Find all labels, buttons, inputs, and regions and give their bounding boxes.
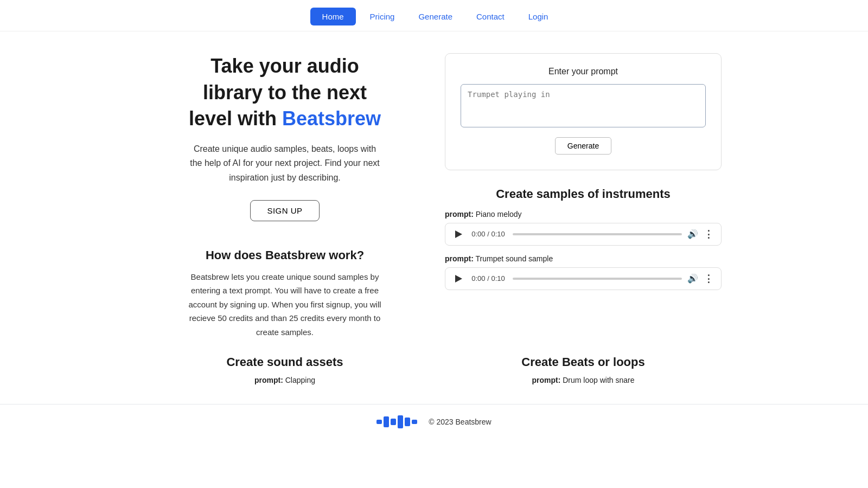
instruments-title: Create samples of instruments xyxy=(445,187,722,202)
audio-player-1: 0:00 / 0:10 🔊 ⋮ xyxy=(445,223,722,246)
nav-home-button[interactable]: Home xyxy=(310,8,356,25)
svg-rect-3 xyxy=(398,415,403,428)
beats-section: Create Beats or loops prompt: Drum loop … xyxy=(445,355,722,388)
footer-logo xyxy=(376,414,420,429)
nav-generate-link[interactable]: Generate xyxy=(409,8,462,25)
beats-prompt: prompt: Drum loop with snare xyxy=(445,376,722,384)
prompt2-label: prompt: Trumpet sound sample xyxy=(445,254,722,263)
play-button-1[interactable] xyxy=(453,229,464,240)
bottom-row: Create sound assets prompt: Clapping Cre… xyxy=(136,355,732,388)
navbar: Home Pricing Generate Contact Login xyxy=(0,0,868,31)
footer: © 2023 Beatsbrew xyxy=(0,404,868,439)
time-display-1: 0:00 / 0:10 xyxy=(469,230,507,238)
svg-rect-1 xyxy=(384,416,389,427)
svg-rect-2 xyxy=(391,419,396,425)
sound-assets-prompt: prompt: Clapping xyxy=(146,376,423,384)
volume-icon-1[interactable]: 🔊 xyxy=(687,229,698,239)
right-column: Enter your prompt Generate Create sample… xyxy=(445,53,722,304)
more-icon-1[interactable]: ⋮ xyxy=(704,229,713,239)
how-title: How does Beatsbrew work? xyxy=(182,248,388,262)
signup-button[interactable]: SIGN UP xyxy=(250,200,319,221)
main-content: Take your audio library to the next leve… xyxy=(136,31,732,344)
how-text: Beatsbrew lets you create unique sound s… xyxy=(182,270,388,339)
svg-rect-5 xyxy=(412,420,417,424)
nav-contact-link[interactable]: Contact xyxy=(467,8,514,25)
how-section: How does Beatsbrew work? Beatsbrew lets … xyxy=(182,248,388,339)
beats-title: Create Beats or loops xyxy=(445,355,722,369)
generate-button[interactable]: Generate xyxy=(555,137,611,155)
sound-assets-title: Create sound assets xyxy=(146,355,423,369)
svg-rect-4 xyxy=(405,418,410,426)
prompt-card: Enter your prompt Generate xyxy=(445,53,722,170)
prompt-textarea[interactable] xyxy=(461,84,706,127)
prompt-card-title: Enter your prompt xyxy=(461,67,706,76)
nav-pricing-link[interactable]: Pricing xyxy=(360,8,405,25)
left-column: Take your audio library to the next leve… xyxy=(146,53,423,344)
progress-bar-1[interactable] xyxy=(513,233,682,235)
time-display-2: 0:00 / 0:10 xyxy=(469,274,507,282)
brand-name: Beatsbrew xyxy=(282,107,381,130)
footer-copyright: © 2023 Beatsbrew xyxy=(429,418,491,426)
prompt1-label: prompt: Piano melody xyxy=(445,210,722,219)
hero-subtitle: Create unique audio samples, beats, loop… xyxy=(187,142,382,185)
play-button-2[interactable] xyxy=(453,273,464,284)
play-icon-1 xyxy=(455,230,462,238)
nav-login-link[interactable]: Login xyxy=(519,8,558,25)
svg-rect-0 xyxy=(376,420,382,424)
instruments-section: Create samples of instruments prompt: Pi… xyxy=(445,187,722,299)
play-icon-2 xyxy=(455,275,462,282)
hero-title: Take your audio library to the next leve… xyxy=(189,53,381,132)
progress-bar-2[interactable] xyxy=(513,278,682,280)
logo-icon xyxy=(376,414,420,429)
audio-player-2: 0:00 / 0:10 🔊 ⋮ xyxy=(445,267,722,290)
volume-icon-2[interactable]: 🔊 xyxy=(687,273,698,284)
more-icon-2[interactable]: ⋮ xyxy=(704,274,713,284)
sound-assets-section: Create sound assets prompt: Clapping xyxy=(146,355,423,388)
